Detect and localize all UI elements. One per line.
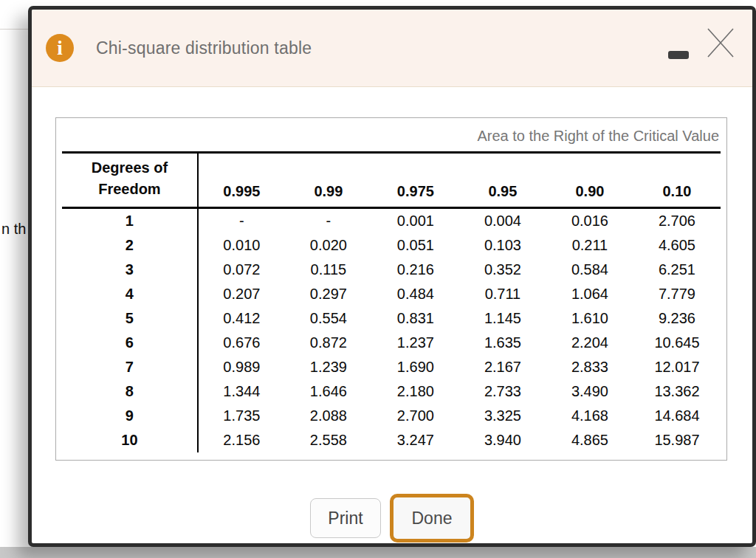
value-cell: 0.016 [546, 208, 633, 234]
value-cell: 0.412 [198, 306, 285, 331]
table-caption: Area to the Right of the Critical Value [62, 118, 721, 151]
value-cell: 4.168 [546, 404, 633, 428]
df-cell: 4 [62, 282, 198, 306]
value-cell: 0.711 [459, 282, 546, 306]
value-cell: 2.833 [546, 355, 633, 379]
table-row: 102.1562.5583.2473.9404.86515.987 [62, 428, 721, 452]
df-cell: 3 [62, 258, 198, 282]
value-cell: 0.051 [372, 233, 459, 258]
table-row: 50.4120.5540.8311.1451.6109.236 [62, 306, 721, 331]
table-row: 30.0720.1150.2160.3520.5846.251 [62, 258, 721, 282]
value-cell: 4.865 [546, 428, 633, 452]
value-cell: 1.145 [459, 306, 546, 331]
value-cell: - [198, 208, 285, 234]
close-icon[interactable] [707, 27, 735, 58]
value-cell: 0.001 [372, 208, 459, 234]
minimize-icon[interactable] [668, 51, 689, 59]
column-header: 0.975 [372, 153, 459, 208]
value-cell: 0.831 [372, 306, 459, 331]
value-cell: 1.646 [285, 379, 372, 404]
value-cell: 6.251 [633, 258, 721, 282]
value-cell: 0.584 [546, 258, 633, 282]
column-header: 0.99 [285, 153, 372, 208]
value-cell: 4.605 [633, 233, 721, 258]
value-cell: 1.610 [546, 306, 633, 331]
table-row: 40.2070.2970.4840.7111.0647.779 [62, 282, 721, 306]
chi-square-table-body: 1--0.0010.0040.0162.70620.0100.0200.0510… [62, 208, 721, 453]
table-row: 91.7352.0882.7003.3254.16814.684 [62, 404, 721, 428]
value-cell: 3.247 [372, 428, 459, 452]
df-cell: 9 [62, 404, 198, 428]
value-cell: 0.676 [198, 331, 285, 355]
value-cell: 0.297 [285, 282, 372, 306]
value-cell: 2.156 [198, 428, 285, 452]
column-header: 0.90 [546, 153, 633, 208]
value-cell: 1.064 [546, 282, 633, 306]
value-cell: 3.940 [459, 428, 546, 452]
dialog-header: i Chi-square distribution table [32, 10, 752, 87]
column-header: 0.995 [198, 153, 285, 208]
print-button[interactable]: Print [310, 498, 381, 538]
value-cell: 2.204 [546, 331, 633, 355]
value-cell: 2.733 [459, 379, 546, 404]
column-header: 0.10 [633, 153, 721, 208]
value-cell: 2.180 [372, 379, 459, 404]
degrees-of-freedom-header-line1: Degrees of [62, 157, 197, 179]
value-cell: 0.020 [285, 233, 372, 258]
value-cell: 0.010 [198, 233, 285, 258]
dialog-body: Area to the Right of the Critical Value … [32, 87, 752, 542]
table-row: 70.9891.2391.6902.1672.83312.017 [62, 355, 721, 379]
info-icon-glyph: i [57, 38, 63, 58]
info-icon: i [46, 34, 74, 62]
table-row: 81.3441.6462.1802.7333.49013.362 [62, 379, 721, 404]
column-header: 0.95 [459, 153, 546, 208]
dialog-title: Chi-square distribution table [96, 38, 312, 58]
chi-square-dialog: i Chi-square distribution table Area to … [28, 6, 756, 547]
value-cell: 0.352 [459, 258, 546, 282]
value-cell: 1.735 [198, 404, 285, 428]
df-cell: 7 [62, 355, 198, 379]
value-cell: 3.490 [546, 379, 633, 404]
value-cell: 2.558 [285, 428, 372, 452]
df-cell: 8 [62, 379, 198, 404]
value-cell: 0.072 [198, 258, 285, 282]
value-cell: 0.989 [198, 355, 285, 379]
degrees-of-freedom-header-line2: Freedom [62, 179, 197, 200]
background-gray-strip [0, 547, 756, 558]
value-cell: 1.344 [198, 379, 285, 404]
value-cell: 0.216 [372, 258, 459, 282]
value-cell: 1.239 [285, 355, 372, 379]
value-cell: 0.484 [372, 282, 459, 306]
value-cell: 2.088 [285, 404, 372, 428]
value-cell: 1.237 [372, 331, 459, 355]
value-cell: 2.167 [459, 355, 546, 379]
done-button[interactable]: Done [390, 494, 474, 542]
chi-square-table-card: Area to the Right of the Critical Value … [55, 117, 727, 461]
value-cell: 7.779 [633, 282, 721, 306]
df-cell: 2 [62, 233, 198, 258]
value-cell: 1.690 [372, 355, 459, 379]
value-cell: 0.103 [459, 233, 546, 258]
df-cell: 10 [62, 428, 198, 452]
chi-square-table: Degrees of Freedom 0.9950.990.9750.950.9… [62, 151, 721, 452]
value-cell: 13.362 [633, 379, 721, 404]
value-cell: 0.554 [285, 306, 372, 331]
value-cell: 3.325 [459, 404, 546, 428]
table-row: 20.0100.0200.0510.1030.2114.605 [62, 233, 721, 258]
value-cell: 0.872 [285, 331, 372, 355]
value-cell: 1.635 [459, 331, 546, 355]
value-cell: 14.684 [633, 404, 721, 428]
value-cell: 9.236 [633, 306, 721, 331]
value-cell: 2.706 [633, 208, 721, 234]
value-cell: 12.017 [633, 355, 721, 379]
value-cell: 15.987 [633, 428, 721, 452]
df-cell: 6 [62, 331, 198, 355]
value-cell: 0.115 [285, 258, 372, 282]
df-cell: 5 [62, 306, 198, 331]
dialog-button-row: Print Done [32, 494, 752, 542]
table-header-row: Degrees of Freedom 0.9950.990.9750.950.9… [62, 153, 721, 208]
df-cell: 1 [62, 208, 198, 234]
table-row: 60.6760.8721.2371.6352.20410.645 [62, 331, 721, 355]
value-cell: 0.004 [459, 208, 546, 234]
value-cell: - [285, 208, 372, 234]
